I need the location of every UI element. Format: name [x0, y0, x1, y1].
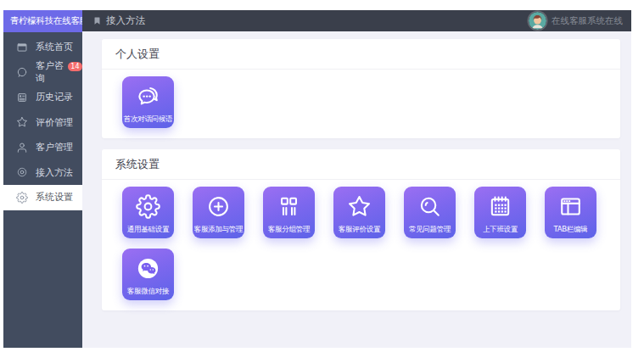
gear-icon — [16, 192, 28, 204]
tile-label: 客服分组管理 — [268, 226, 310, 233]
browser-tab-icon — [558, 194, 583, 219]
tile-label: 常见问题管理 — [409, 226, 451, 233]
group-tile[interactable]: 客服分组管理 — [263, 187, 315, 238]
app-window: 青柠檬科技在线客服 系统首页客户咨询14历史记录评价管理客户管理接入方法系统设置… — [3, 10, 631, 348]
sidebar-item-window[interactable]: 系统首页 — [3, 35, 82, 60]
settings-panel: 系统设置通用基础设置客服添加与管理客服分组管理客服评价设置常见问题管理上下班设置… — [102, 149, 620, 310]
sidebar-menu: 系统首页客户咨询14历史记录评价管理客户管理接入方法系统设置 — [3, 32, 82, 210]
chat-bubble-icon — [136, 84, 160, 109]
browser-tab-tile[interactable]: TAB栏编辑 — [545, 187, 596, 238]
tile-label: 客服微信对接 — [127, 288, 169, 295]
sidebar-item-label: 客户咨询 — [36, 59, 66, 85]
settings-panel: 个人设置首次对话问候语 — [102, 39, 620, 138]
sidebar-item-label: 接入方法 — [36, 166, 73, 179]
history-icon — [16, 92, 28, 103]
tile-label: 通用基础设置 — [127, 226, 169, 233]
tile-label: 客服添加与管理 — [194, 226, 243, 233]
search-icon — [417, 194, 442, 219]
sidebar-item-label: 历史记录 — [36, 91, 73, 103]
topbar: 接入方法 在线客服系统在线 — [82, 10, 631, 31]
sidebar-item-label: 系统设置 — [36, 191, 73, 204]
sidebar-item-plug-gear[interactable]: 接入方法 — [3, 160, 82, 186]
sidebar-item-label: 客户管理 — [36, 141, 73, 154]
tile-label: TAB栏编辑 — [554, 226, 588, 233]
sidebar: 青柠檬科技在线客服 系统首页客户咨询14历史记录评价管理客户管理接入方法系统设置 — [3, 10, 82, 348]
plus-circle-tile[interactable]: 客服添加与管理 — [193, 187, 244, 238]
star-icon — [16, 116, 28, 128]
search-tile[interactable]: 常见问题管理 — [404, 187, 456, 238]
section-title: 系统设置 — [102, 149, 620, 180]
chat-circle-icon — [16, 66, 28, 78]
tile-grid: 首次对话问候语 — [102, 70, 620, 138]
sidebar-item-chat-circle[interactable]: 客户咨询14 — [3, 60, 82, 86]
star-icon — [347, 194, 372, 219]
sidebar-item-user[interactable]: 客户管理 — [3, 135, 82, 160]
main-content: 个人设置首次对话问候语系统设置通用基础设置客服添加与管理客服分组管理客服评价设置… — [82, 31, 631, 348]
tile-label: 上下班设置 — [483, 226, 518, 233]
wechat-icon — [136, 256, 160, 281]
tile-grid: 通用基础设置客服添加与管理客服分组管理客服评价设置常见问题管理上下班设置TAB栏… — [102, 180, 620, 310]
gear-icon — [136, 194, 160, 219]
window-icon — [16, 42, 28, 53]
wechat-tile[interactable]: 客服微信对接 — [122, 249, 174, 300]
sidebar-item-gear[interactable]: 系统设置 — [3, 185, 82, 210]
group-icon — [277, 194, 301, 219]
tile-label: 首次对话问候语 — [124, 115, 172, 123]
tile-label: 客服评价设置 — [339, 226, 380, 233]
calendar-icon — [488, 194, 512, 219]
sidebar-item-star[interactable]: 评价管理 — [3, 110, 82, 136]
calendar-tile[interactable]: 上下班设置 — [474, 187, 526, 238]
star-tile[interactable]: 客服评价设置 — [333, 187, 385, 238]
plug-gear-icon — [16, 166, 28, 178]
avatar[interactable] — [529, 12, 546, 30]
section-title: 个人设置 — [102, 39, 620, 70]
chat-bubble-tile[interactable]: 首次对话问候语 — [122, 76, 174, 128]
user-status-text: 在线客服系统在线 — [552, 15, 623, 27]
plus-circle-icon — [206, 194, 231, 219]
sidebar-item-label: 系统首页 — [36, 41, 73, 53]
topbar-page-title: 接入方法 — [106, 14, 145, 27]
topbar-user: 在线客服系统在线 — [529, 12, 623, 30]
user-icon — [16, 142, 28, 154]
sidebar-item-label: 评价管理 — [36, 116, 73, 129]
app-title: 青柠檬科技在线客服 — [3, 10, 82, 32]
gear-tile[interactable]: 通用基础设置 — [122, 187, 174, 238]
bookmark-icon — [92, 15, 102, 26]
sidebar-item-history[interactable]: 历史记录 — [3, 85, 82, 110]
notification-badge: 14 — [68, 62, 82, 71]
